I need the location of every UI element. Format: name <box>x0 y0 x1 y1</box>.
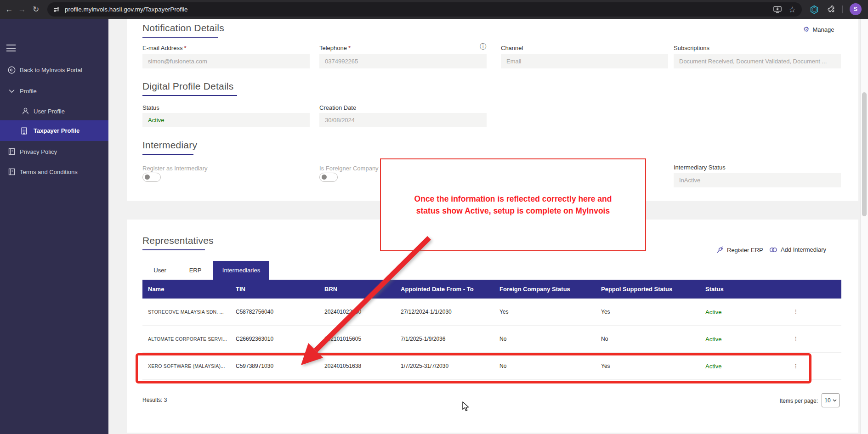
extension-hexagon-icon[interactable] <box>808 0 820 19</box>
col-tin: TIN <box>236 286 324 293</box>
manage-label: Manage <box>812 26 834 33</box>
table-row: ALTOMATE CORPORATE SERVI... C26692363010… <box>142 326 841 353</box>
chevron-down-icon <box>7 89 16 93</box>
add-intermediary-label: Add Intermediary <box>781 246 826 253</box>
cell-name: XERO SOFTWARE (MALAYSIA)... <box>148 363 236 369</box>
add-intermediary-button[interactable]: Add Intermediary <box>769 246 826 253</box>
email-field: simon@fusioneta.com <box>142 54 310 68</box>
telephone-label: Telephone* <box>319 45 351 51</box>
section-underline <box>142 249 205 250</box>
sidebar-item-taxpayer-profile[interactable]: Taxpayer Profile <box>0 120 108 141</box>
plug-icon <box>716 246 724 254</box>
cell-foreign: No <box>499 336 601 342</box>
items-per-page-label: Items per page: <box>735 398 818 404</box>
back-icon[interactable]: ← <box>3 0 16 19</box>
cell-foreign: Yes <box>499 309 601 315</box>
creation-date-field: 30/08/2024 <box>319 113 487 127</box>
hamburger-menu-icon[interactable] <box>6 45 16 51</box>
cell-peppol: Yes <box>601 363 705 369</box>
sidebar-item-label: User Profile <box>34 108 65 115</box>
browser-avatar[interactable]: S <box>850 3 862 15</box>
cell-brn: 202401051638 <box>324 363 401 369</box>
table-row: XERO SOFTWARE (MALAYSIA)... C59738971030… <box>142 353 841 380</box>
section-underline <box>142 154 193 155</box>
cell-tin: C26692363010 <box>236 336 324 342</box>
cell-status: Active <box>705 363 791 370</box>
section-title-representatives: Representatives <box>142 235 214 246</box>
foreigner-company-label: Is Foreigner Company <box>319 165 379 172</box>
table-row: STORECOVE MALAYSIA SDN. ... C58782756040… <box>142 299 841 326</box>
intermediary-status-label: Intermediary Status <box>674 164 726 171</box>
intermediary-status-field: InActive <box>674 173 841 187</box>
section-title-digital-profile: Digital Profile Details <box>142 81 233 92</box>
row-menu-kebab-icon[interactable]: ⋮ <box>791 309 800 315</box>
gear-icon: ⚙ <box>803 25 809 34</box>
toolbar-divider <box>842 6 843 13</box>
sidebar: Back to MyInvois Portal Profile User Pro… <box>0 19 108 434</box>
col-peppol: Peppol Supported Status <box>601 286 705 293</box>
scrollbar-thumb[interactable] <box>862 92 867 216</box>
items-per-page-value: 10 <box>824 397 830 404</box>
tab-erp[interactable]: ERP <box>177 261 213 280</box>
cell-peppol: No <box>601 336 705 342</box>
reload-icon[interactable]: ↻ <box>29 0 42 19</box>
forward-icon[interactable]: → <box>16 0 28 19</box>
row-menu-kebab-icon[interactable]: ⋮ <box>791 363 800 369</box>
scrollbar[interactable] <box>860 19 868 434</box>
sidebar-item-privacy-policy[interactable]: Privacy Policy <box>0 146 108 157</box>
info-icon[interactable]: ⓘ <box>480 43 486 51</box>
cell-name: ALTOMATE CORPORATE SERVI... <box>148 336 236 342</box>
cell-dates: 7/1/2025-1/9/2036 <box>401 336 499 342</box>
url-text: profile.myinvois.hasil.gov.my/TaxpayerPr… <box>65 6 188 13</box>
col-brn: BRN <box>324 286 401 293</box>
sidebar-item-back-to-portal[interactable]: Back to MyInvois Portal <box>0 64 108 75</box>
col-status: Status <box>705 286 791 293</box>
subscriptions-field: Document Received, Document Validated, D… <box>674 54 841 68</box>
email-label: E-mail Address* <box>142 45 186 51</box>
required-mark: * <box>348 45 351 51</box>
annotation-line1: Once the information is reflected correc… <box>414 193 612 205</box>
tab-intermediaries[interactable]: Intermediaries <box>213 261 269 280</box>
book-icon <box>7 148 16 155</box>
person-icon <box>21 107 29 115</box>
register-erp-button[interactable]: Register ERP <box>716 246 763 254</box>
foreigner-company-toggle <box>319 173 338 182</box>
extensions-puzzle-icon[interactable] <box>826 0 838 19</box>
sidebar-item-label: Taxpayer Profile <box>34 127 79 134</box>
bookmark-star-icon[interactable]: ☆ <box>786 0 798 19</box>
section-title-intermediary: Intermediary <box>142 140 197 151</box>
cell-brn: 202101015605 <box>324 336 401 342</box>
channel-label: Channel <box>501 45 523 51</box>
back-circle-icon <box>7 66 16 74</box>
col-appointed: Appointed Date From - To <box>401 286 499 293</box>
manage-button[interactable]: ⚙ Manage <box>803 25 834 34</box>
book-icon <box>7 168 16 175</box>
cell-name: STORECOVE MALAYSIA SDN. ... <box>148 309 236 315</box>
items-per-page-select[interactable]: 10 <box>822 393 840 407</box>
sidebar-item-label: Terms and Conditions <box>20 169 78 175</box>
section-underline <box>142 37 218 38</box>
section-title-notification: Notification Details <box>142 23 224 34</box>
register-intermediary-toggle <box>142 173 161 182</box>
sidebar-item-profile[interactable]: Profile <box>0 85 108 96</box>
cell-brn: 202401022960 <box>324 309 401 315</box>
cell-foreign: No <box>499 363 601 369</box>
register-intermediary-label: Register as Intermediary <box>142 165 208 172</box>
sidebar-item-user-profile[interactable]: User Profile <box>0 106 108 117</box>
url-bar[interactable]: profile.myinvois.hasil.gov.my/TaxpayerPr… <box>47 2 802 17</box>
cell-status: Active <box>705 309 791 316</box>
status-field: Active <box>142 113 310 127</box>
register-erp-label: Register ERP <box>727 247 763 254</box>
sidebar-item-terms[interactable]: Terms and Conditions <box>0 166 108 177</box>
building-icon <box>21 127 29 135</box>
annotation-line2: status show Active, setup is complete on… <box>414 205 612 217</box>
row-menu-kebab-icon[interactable]: ⋮ <box>791 336 800 342</box>
chevron-down-icon <box>833 399 837 402</box>
col-foreign: Foreign Company Status <box>499 286 601 293</box>
link-icon <box>769 247 777 253</box>
browser-toolbar: ← → ↻ profile.myinvois.hasil.gov.my/Taxp… <box>0 0 868 19</box>
tab-user[interactable]: User <box>142 261 177 280</box>
cell-tin: C58782756040 <box>236 309 324 315</box>
send-to-device-icon[interactable] <box>772 0 783 19</box>
site-settings-icon[interactable] <box>53 6 60 13</box>
